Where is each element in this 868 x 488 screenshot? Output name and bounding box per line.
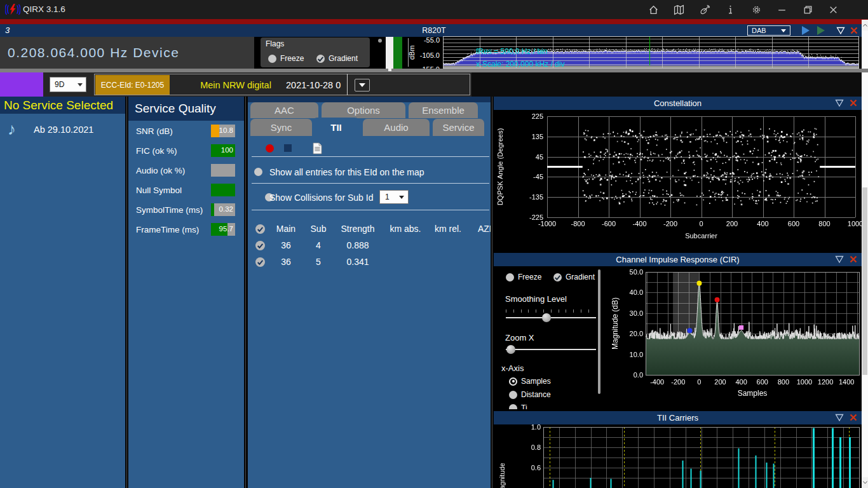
services-panel [0, 97, 125, 488]
db-tick: -105.0 [407, 51, 440, 59]
zoomx-label: Zoom X [505, 333, 534, 342]
ensemble-divider [347, 74, 348, 95]
meter-dot [378, 39, 382, 43]
cir-plot [610, 267, 862, 409]
chevron-down-icon [78, 83, 83, 86]
select-all-check[interactable] [252, 220, 268, 237]
tab-audio[interactable]: Audio [363, 119, 430, 136]
info-icon[interactable] [723, 2, 738, 17]
document-icon[interactable] [313, 142, 322, 157]
freeze-radio[interactable]: Freeze [268, 54, 304, 63]
play-secondary-button[interactable] [817, 26, 825, 35]
mode-select[interactable]: DAB [747, 25, 790, 36]
xaxis-distance-radio[interactable]: Distance [509, 390, 551, 399]
tii-table: MainSubStrengthkm abs.km rel.AZM (3640.8… [252, 220, 491, 271]
scroll-down-button[interactable] [862, 477, 868, 488]
ensemble-date: 2021-10-28 0 [286, 75, 362, 95]
ensemble-name: Mein NRW digital [188, 75, 283, 95]
table-cell[interactable]: 36 [268, 237, 304, 254]
table-cell[interactable] [468, 237, 491, 254]
table-cell[interactable]: 0.341 [333, 254, 383, 270]
column-header: Strength [333, 220, 383, 237]
cir-header: Channel Impulse Response (CIR) [494, 253, 862, 266]
gradient-radio[interactable]: Gradient [316, 54, 358, 63]
separator-line [252, 156, 489, 157]
table-cell[interactable] [383, 254, 428, 270]
table-cell[interactable] [383, 237, 428, 254]
tii-carriers-header: TII Carriers [494, 411, 862, 424]
scrollbar-thumb[interactable] [862, 187, 867, 375]
collapse-icon[interactable] [835, 98, 844, 107]
tab-options[interactable]: Options [322, 102, 405, 118]
metric-bar: 10.8 [211, 125, 235, 137]
collapse-icon[interactable] [836, 26, 845, 35]
horizontal-splitter[interactable] [0, 69, 868, 72]
zoomx-slider[interactable] [506, 349, 596, 350]
table-cell[interactable]: 5 [304, 254, 333, 270]
close-icon[interactable] [826, 2, 841, 17]
table-cell[interactable]: 4 [304, 237, 333, 254]
xaxis-samples-radio[interactable]: Samples [509, 377, 551, 386]
xaxis-label: x-Axis [501, 363, 524, 373]
metric-bar: 95.7 [211, 223, 235, 236]
table-cell[interactable]: 0.888 [333, 237, 383, 254]
row-check[interactable] [252, 237, 268, 254]
close-panel-icon[interactable] [850, 26, 858, 35]
sub-id-select[interactable]: 1 [379, 190, 409, 204]
frequency-display[interactable]: 0.208.064.000 Hz Device [0, 37, 254, 69]
panel-splitter[interactable] [125, 97, 128, 488]
column-header: Sub [304, 220, 333, 237]
close-icon[interactable] [849, 255, 858, 264]
smoothing-ticks [506, 309, 596, 313]
home-icon[interactable] [646, 2, 661, 17]
tii-carriers-plot [494, 424, 862, 488]
show-collisions-label: Show Collisions for Sub Id [269, 193, 373, 203]
collapse-icon[interactable] [835, 255, 844, 264]
minimize-icon[interactable] [775, 2, 790, 17]
cir-splitter[interactable] [598, 269, 600, 394]
show-all-entries-label: Show all entries for this EId on the map [269, 167, 424, 177]
satellite-icon[interactable] [697, 2, 712, 17]
record-button[interactable] [266, 144, 274, 152]
metric-bar [211, 164, 235, 177]
tab-sync[interactable]: Sync [250, 119, 312, 136]
table-cell[interactable] [428, 254, 468, 270]
cir-freeze-radio[interactable]: Freeze [506, 273, 541, 281]
panel-splitter[interactable] [244, 97, 247, 488]
table-cell[interactable]: 36 [268, 254, 304, 270]
tab-aac[interactable]: AAC [250, 102, 318, 118]
play-button[interactable] [802, 26, 810, 35]
smoothing-slider-thumb[interactable] [542, 313, 551, 322]
service-list-item[interactable]: Ab 29.10.2021 [34, 125, 93, 135]
scroll-up-button[interactable] [862, 20, 868, 30]
close-icon[interactable] [849, 98, 858, 107]
ensemble-dropdown-button[interactable] [355, 79, 370, 92]
db-tick: -55.0 [407, 36, 440, 44]
restore-icon[interactable] [800, 2, 815, 17]
tab-service[interactable]: Service [433, 119, 484, 136]
accent-strip [0, 19, 868, 24]
zoomx-slider-thumb[interactable] [506, 345, 515, 354]
smoothing-slider[interactable] [506, 317, 596, 318]
separator-line [252, 183, 489, 184]
cir-gradient-radio[interactable]: Gradient [553, 273, 595, 281]
settings-icon[interactable] [749, 2, 764, 17]
show-all-entries-radio[interactable] [254, 168, 262, 176]
metric-bar [211, 184, 235, 196]
column-header: Main [268, 220, 304, 237]
stop-button[interactable] [284, 144, 292, 152]
close-icon[interactable] [849, 413, 858, 422]
collapse-icon[interactable] [835, 413, 844, 422]
detail-panel-top [248, 97, 491, 102]
row-check[interactable] [252, 254, 268, 270]
column-header: km rel. [428, 220, 468, 237]
tab-tii[interactable]: TII [313, 118, 360, 137]
xaxis-time-radio[interactable]: Ti [509, 403, 527, 409]
map-icon[interactable] [672, 2, 687, 17]
column-header: km abs. [383, 220, 428, 237]
channel-select[interactable]: 9D [50, 77, 86, 92]
metric-label: FIC (ok %) [136, 146, 177, 156]
table-cell[interactable] [468, 254, 491, 270]
table-cell[interactable] [428, 237, 468, 254]
tab-ensemble[interactable]: Ensemble [409, 102, 478, 118]
